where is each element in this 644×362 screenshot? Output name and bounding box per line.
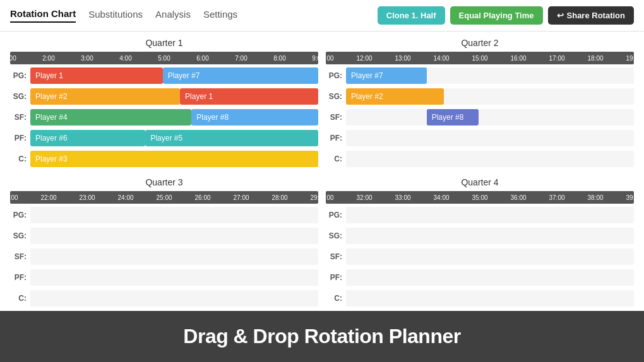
player-block[interactable]: Player #7 [346, 67, 427, 84]
pos-label-pg: PG: [326, 211, 346, 219]
q2-track-SG[interactable]: Player #2 [346, 88, 634, 105]
time-label-22:00: 22:00 [40, 194, 56, 201]
quarter-q2: Quarter 211:0012:0013:0014:0015:0016:001… [326, 38, 634, 168]
player-block[interactable]: Player #8 [191, 109, 318, 126]
player-block[interactable]: Player #6 [30, 130, 145, 146]
time-label-27:00: 27:00 [233, 194, 249, 201]
q1-track-C[interactable]: Player #3 [30, 151, 318, 167]
time-label-16:00: 16:00 [510, 55, 526, 62]
pos-label-sf: SF: [10, 252, 30, 261]
share-rotation-button[interactable]: ↩ Share Rotation [548, 6, 634, 25]
time-label-6:00: 6:00 [196, 55, 208, 62]
q1-pos-PF: PF:Player #6Player #5 [10, 129, 318, 148]
time-label-1:00: 1:00 [4, 55, 16, 62]
pos-label-sf: SF: [10, 113, 30, 122]
q3-pos-C: C: [10, 289, 318, 308]
time-label-21:00: 21:00 [2, 194, 18, 201]
q4-track-C[interactable] [346, 290, 634, 307]
q3-time-axis: 21:0022:0023:0024:0025:0026:0027:0028:00… [10, 191, 318, 204]
time-label-34:00: 34:00 [433, 194, 449, 201]
pos-label-c: C: [326, 294, 346, 303]
pos-label-sg: SG: [10, 92, 30, 101]
q2-pos-C: C: [326, 149, 634, 168]
q2-pos-PF: PF: [326, 129, 634, 148]
bottom-quarters-row: Quarter 321:0022:0023:0024:0025:0026:002… [10, 177, 634, 308]
nav-tab-substitutions[interactable]: Substitutions [88, 9, 143, 22]
time-label-17:00: 17:00 [549, 55, 564, 62]
q3-title: Quarter 3 [10, 177, 318, 187]
q4-track-PF[interactable] [346, 269, 634, 286]
player-block[interactable]: Player #5 [145, 130, 318, 146]
time-label-31:00: 31:00 [318, 194, 333, 201]
time-label-18:00: 18:00 [587, 55, 603, 62]
q3-pos-PG: PG: [10, 206, 318, 225]
time-label-37:00: 37:00 [549, 194, 564, 201]
pos-label-c: C: [326, 155, 346, 163]
q3-track-C[interactable] [30, 290, 318, 307]
player-block[interactable]: Player #8 [427, 109, 479, 126]
q4-track-SG[interactable] [346, 228, 634, 244]
q1-title: Quarter 1 [10, 38, 318, 48]
time-label-23:00: 23:00 [79, 194, 95, 201]
pos-label-c: C: [10, 155, 30, 163]
pos-label-pg: PG: [10, 71, 30, 80]
q3-track-PF[interactable] [30, 269, 318, 286]
pos-label-pf: PF: [10, 273, 30, 282]
time-label-35:00: 35:00 [472, 194, 487, 201]
q3-track-SF[interactable] [30, 248, 318, 265]
header-buttons: Clone 1. Half Equal Playing Time ↩ Share… [378, 6, 634, 25]
q2-track-PF[interactable] [346, 130, 634, 146]
q4-track-PG[interactable] [346, 207, 634, 223]
nav-tab-rotation-chart[interactable]: Rotation Chart [10, 8, 76, 23]
q2-pos-PG: PG:Player #7 [326, 66, 634, 85]
time-label-3:00: 3:00 [81, 55, 93, 62]
player-block[interactable]: Player 1 [180, 88, 318, 105]
q1-track-PG[interactable]: Player 1Player #7 [30, 67, 318, 84]
main-content: Quarter 11:002:003:004:005:006:007:008:0… [0, 32, 644, 323]
equal-time-button[interactable]: Equal Playing Time [450, 6, 543, 25]
quarter-q1: Quarter 11:002:003:004:005:006:007:008:0… [10, 38, 318, 168]
pos-label-sg: SG: [10, 231, 30, 240]
q1-track-PF[interactable]: Player #6Player #5 [30, 130, 318, 146]
time-label-11:00: 11:00 [318, 55, 333, 62]
player-block[interactable]: Player 1 [30, 67, 163, 84]
pos-label-sf: SF: [326, 252, 346, 261]
player-block[interactable]: Player #2 [30, 88, 180, 105]
q4-pos-PF: PF: [326, 268, 634, 287]
q3-pos-SF: SF: [10, 247, 318, 266]
q4-pos-SG: SG: [326, 226, 634, 245]
share-icon: ↩ [557, 11, 564, 20]
player-block[interactable]: Player #3 [30, 151, 318, 167]
q3-track-PG[interactable] [30, 207, 318, 223]
q4-track-SF[interactable] [346, 248, 634, 265]
q1-track-SF[interactable]: Player #4Player #8 [30, 109, 318, 126]
q1-pos-C: C:Player #3 [10, 149, 318, 168]
player-block[interactable]: Player #2 [346, 88, 444, 105]
time-label-12:00: 12:00 [356, 55, 372, 62]
q2-pos-SF: SF:Player #8 [326, 108, 634, 127]
nav-tab-analysis[interactable]: Analysis [155, 9, 191, 22]
nav-tab-settings[interactable]: Settings [203, 9, 237, 22]
q1-time-axis: 1:002:003:004:005:006:007:008:009:00 [10, 52, 318, 64]
q4-pos-SF: SF: [326, 247, 634, 266]
q2-track-PG[interactable]: Player #7 [346, 67, 634, 84]
app-header: Rotation ChartSubstitutionsAnalysisSetti… [0, 0, 644, 32]
pos-label-sf: SF: [326, 113, 346, 122]
q3-track-SG[interactable] [30, 228, 318, 244]
q2-track-C[interactable] [346, 151, 634, 167]
player-block[interactable]: Player #4 [30, 109, 191, 126]
pos-label-pf: PF: [326, 273, 346, 282]
pos-label-c: C: [10, 294, 30, 303]
q2-track-SF[interactable]: Player #8 [346, 109, 634, 126]
clone-half-button[interactable]: Clone 1. Half [378, 6, 445, 25]
q4-pos-C: C: [326, 289, 634, 308]
time-label-39:00: 39:00 [626, 194, 641, 201]
time-label-24:00: 24:00 [117, 194, 133, 201]
q3-pos-PF: PF: [10, 268, 318, 287]
time-label-8:00: 8:00 [273, 55, 285, 62]
q1-track-SG[interactable]: Player #2Player 1 [30, 88, 318, 105]
quarter-q3: Quarter 321:0022:0023:0024:0025:0026:002… [10, 177, 318, 308]
time-label-7:00: 7:00 [235, 55, 247, 62]
time-label-5:00: 5:00 [158, 55, 170, 62]
player-block[interactable]: Player #7 [163, 67, 318, 84]
